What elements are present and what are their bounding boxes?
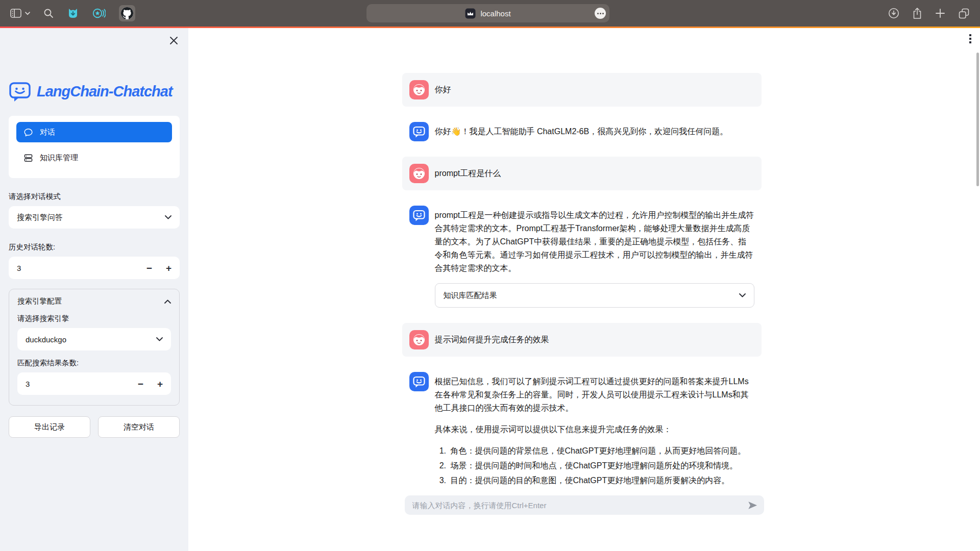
download-icon[interactable] [888,8,899,19]
chat-viewport: 你好你好👋！我是人工智能助手 ChatGLM2-6B，很高兴见到你，欢迎问我任何… [188,28,975,490]
search-engine-config-title: 搜索引擎配置 [17,296,62,306]
history-rounds-value[interactable]: 3 [17,264,21,272]
chat-input[interactable] [411,500,743,510]
chevron-down-icon [739,293,746,297]
search-engine-value: duckduckgo [26,335,66,344]
assistant-avatar-icon [409,206,429,225]
chat-message-user: 提示词如何提升完成任务的效果 [402,323,762,357]
message-list-item: 方法：提供解决问题的方式和方法，使ChatGPT更好地理解如何达成解决问题的目标… [449,489,754,490]
message-content: 你好👋！我是人工智能助手 ChatGLM2-6B，很高兴见到你，欢迎问我任何问题… [435,122,754,141]
search-engine-config-panel: 搜索引擎配置 请选择搜索引擎 duckduckgo 匹配搜索结果条数: 3 − … [9,289,180,406]
app-logo: LangChain-Chatchat [9,80,180,103]
user-avatar-icon [409,80,429,99]
chat-input-bar [405,495,764,515]
message-paragraph: 你好👋！我是人工智能助手 ChatGLM2-6B，很高兴见到你，欢迎问我任何问题… [435,125,754,138]
nav-card: 对话 知识库管理 [9,116,180,178]
assistant-avatar-image [409,372,429,391]
nav-item-knowledge-base[interactable]: 知识库管理 [16,147,172,168]
sidebar-toggle-icon[interactable] [10,9,21,18]
dialog-mode-label: 请选择对话模式 [9,192,180,202]
nav-item-dialogue[interactable]: 对话 [16,122,172,142]
scrollbar-thumb[interactable] [976,53,979,186]
tabs-overview-icon[interactable] [958,8,970,19]
user-avatar-icon [409,164,429,183]
cat-extension-icon[interactable] [67,7,79,19]
database-icon [23,153,33,163]
export-records-button[interactable]: 导出记录 [9,416,90,438]
chat-message-user: 你好 [402,73,762,107]
minus-button[interactable]: − [138,379,143,389]
nav-item-label: 知识库管理 [40,153,78,163]
message-paragraph: 你好 [435,83,754,96]
plus-button[interactable]: + [157,379,163,389]
message-list: 角色：提供问题的背景信息，使ChatGPT更好地理解问题，从而更好地回答问题。场… [435,444,754,490]
chat-message-list: 你好你好👋！我是人工智能助手 ChatGLM2-6B，很高兴见到你，欢迎问我任何… [402,73,762,490]
chat-message-assistant: 根据已知信息，我们可以了解到提示词工程可以通过提供更好的问题和答案来提升LLMs… [402,370,762,490]
search-results-count-input[interactable]: 3 − + [17,372,171,395]
message-paragraph: 提示词如何提升完成任务的效果 [435,333,754,346]
search-engine-label: 请选择搜索引擎 [17,314,171,323]
chat-message-user: prompt工程是什么 [402,157,762,190]
nav-item-label: 对话 [40,128,55,137]
message-paragraph: prompt工程是一种创建提示或指导以生成文本的过程，允许用户控制模型的输出并生… [435,209,754,275]
user-avatar-image [409,80,429,99]
radar-extension-icon[interactable] [92,7,106,19]
assistant-avatar-image [409,206,429,225]
message-list-item: 目的：提供问题的目的和意图，使ChatGPT更好地理解问题所要解决的内容。 [449,474,754,487]
message-paragraph: prompt工程是什么 [435,167,754,180]
message-content: 根据已知信息，我们可以了解到提示词工程可以通过提供更好的问题和答案来提升LLMs… [435,372,754,490]
github-extension-icon[interactable] [119,5,135,21]
search-results-count-label: 匹配搜索结果条数: [17,358,171,368]
user-avatar-icon [409,330,429,349]
chat-bubble-icon [23,128,33,137]
knowledge-match-expander-label: 知识库匹配结果 [444,289,497,302]
search-icon[interactable] [43,8,54,18]
assistant-avatar-image [409,122,429,141]
search-results-count-value[interactable]: 3 [26,380,30,388]
message-content: 你好 [435,80,754,99]
new-tab-icon[interactable] [935,8,945,18]
minus-button[interactable]: − [146,263,152,273]
chevron-down-icon [156,337,163,341]
plus-button[interactable]: + [166,263,172,273]
site-favicon-icon [465,8,476,19]
message-list-item: 场景：提供问题的时间和地点，使ChatGPT更好地理解问题所处的环境和情境。 [449,459,754,472]
address-text: localhost [480,9,510,18]
chevron-down-icon [165,215,172,219]
dialog-mode-select[interactable]: 搜索引擎问答 [9,206,180,229]
message-content: prompt工程是什么 [435,164,754,183]
history-rounds-input[interactable]: 3 − + [9,257,180,279]
chat-main: 你好你好👋！我是人工智能助手 ChatGLM2-6B，很高兴见到你，欢迎问我任何… [188,28,980,551]
message-list-item: 角色：提供问题的背景信息，使ChatGPT更好地理解问题，从而更好地回答问题。 [449,444,754,458]
app-logo-icon [9,80,31,103]
message-content: prompt工程是一种创建提示或指导以生成文本的过程，允许用户控制模型的输出并生… [435,206,754,308]
send-icon[interactable] [748,501,757,510]
dialog-mode-value: 搜索引擎问答 [17,213,63,222]
history-rounds-label: 历史对话轮数: [9,242,180,252]
address-bar[interactable]: localhost [366,4,609,22]
sidebar: LangChain-Chatchat 对话 知识库管理 请选择对话模式 搜索引擎… [0,28,188,551]
assistant-avatar-icon [409,122,429,141]
search-engine-config-header[interactable]: 搜索引擎配置 [17,296,171,306]
assistant-avatar-icon [409,372,429,391]
share-icon[interactable] [912,7,922,19]
clear-dialogue-button[interactable]: 清空对话 [98,416,180,438]
close-icon[interactable] [169,36,178,45]
knowledge-match-expander[interactable]: 知识库匹配结果 [435,283,754,308]
message-paragraph: 根据已知信息，我们可以了解到提示词工程可以通过提供更好的问题和答案来提升LLMs… [435,375,754,415]
user-avatar-image [409,330,429,349]
search-engine-select[interactable]: duckduckgo [17,328,171,350]
page-menu-icon[interactable] [595,8,606,19]
chat-message-assistant: 你好👋！我是人工智能助手 ChatGLM2-6B，很高兴见到你，欢迎问我任何问题… [402,120,762,143]
message-paragraph: 具体来说，使用提示词可以提供以下信息来提升完成任务的效果： [435,423,754,436]
user-avatar-image [409,164,429,183]
browser-toolbar: localhost [0,0,980,27]
chat-message-assistant: prompt工程是一种创建提示或指导以生成文本的过程，允许用户控制模型的输出并生… [402,204,762,310]
chevron-down-icon[interactable] [25,12,30,15]
message-content: 提示词如何提升完成任务的效果 [435,330,754,349]
app-logo-text: LangChain-Chatchat [37,83,173,100]
chevron-up-icon [164,299,171,304]
